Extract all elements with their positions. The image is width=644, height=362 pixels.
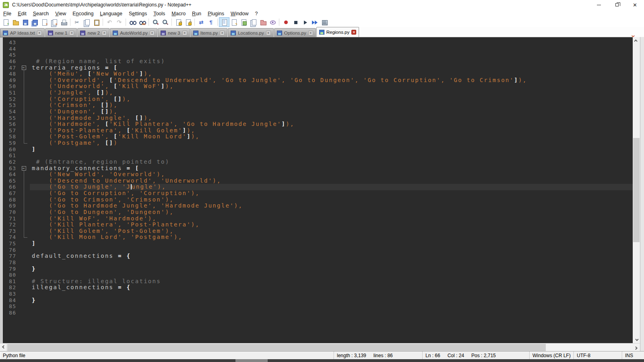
code-line-46[interactable]: 46 # (Region name, list of exits) — [3, 58, 633, 65]
tab-new-2[interactable]: new 2× — [77, 28, 109, 37]
tab-close-icon[interactable]: × — [150, 31, 155, 35]
tab-locations-py[interactable]: Locations.py× — [228, 28, 274, 37]
menu-item-view[interactable]: View — [52, 10, 69, 17]
code-line-80[interactable]: 80 — [3, 272, 633, 278]
undo-button[interactable]: ↶ — [105, 18, 114, 27]
macro-save-button[interactable] — [320, 18, 329, 27]
code-line-59[interactable]: 59 ('Postgame', []) — [3, 140, 633, 146]
code-line-61[interactable]: 61 — [3, 152, 633, 159]
code-line-51[interactable]: 51 ('Jungle', []), — [3, 90, 633, 96]
vertical-scroll-thumb[interactable] — [633, 138, 640, 242]
fold-margin-open[interactable]: − — [19, 65, 30, 71]
code-editor[interactable]: 43444546 # (Region name, list of exits)4… — [0, 37, 644, 343]
code-line-47[interactable]: 47−terraria_regions = [ — [3, 65, 633, 71]
find-button[interactable] — [128, 18, 137, 27]
code-line-77[interactable]: 77default_connections = { — [3, 253, 633, 259]
code-line-58[interactable]: 58 ('Post-Golem', ['Kill Moon Lord']), — [3, 134, 633, 140]
macro-stop-button[interactable] — [291, 18, 300, 27]
fold-margin-open[interactable]: − — [19, 165, 30, 172]
code-line-50[interactable]: 50 ('Underworld', ['Kill WoF']), — [3, 83, 633, 90]
menu-item-run[interactable]: Run — [189, 10, 204, 17]
menu-item-plugins[interactable]: Plugins — [204, 10, 227, 17]
folder-as-workspace-button[interactable] — [258, 18, 268, 27]
tab-close-icon[interactable]: × — [308, 31, 313, 35]
tab-close-icon[interactable]: × — [69, 31, 74, 35]
code-line-82[interactable]: 82illegal_connections = { — [3, 284, 633, 291]
code-line-71[interactable]: 71 ('Kill WoF', 'Hardmode'), — [3, 216, 633, 222]
code-line-81[interactable]: 81# Structure: illegal locations — [3, 278, 633, 285]
tab-close-icon[interactable]: × — [182, 31, 187, 35]
menu-item-file[interactable]: File — [0, 10, 14, 17]
code-line-54[interactable]: 54 ('Dungeon', []), — [3, 109, 633, 115]
paste-button[interactable] — [91, 18, 101, 27]
document-list-button[interactable] — [248, 18, 258, 27]
tab-close-icon[interactable]: × — [351, 30, 356, 35]
code-line-53[interactable]: 53 ('Crimson', []), — [3, 102, 633, 109]
macro-playback-button[interactable] — [300, 18, 310, 27]
code-line-69[interactable]: 69 ('Go to Hardmode Jungle', 'Hardmode J… — [3, 203, 633, 209]
code-line-44[interactable]: 44 — [3, 46, 633, 52]
code-line-52[interactable]: 52 ('Corruption', []), — [3, 96, 633, 103]
code-line-85[interactable]: 85 — [3, 303, 633, 310]
code-line-60[interactable]: 60] — [3, 146, 633, 153]
redo-button[interactable]: ↷ — [114, 18, 124, 27]
scroll-right-arrow-icon[interactable] — [633, 343, 640, 352]
code-line-43[interactable]: 43 — [3, 39, 633, 46]
menu-item-tools[interactable]: Tools — [150, 10, 168, 17]
open-file-button[interactable] — [10, 18, 20, 27]
tab-close-icon[interactable]: × — [37, 31, 42, 35]
menu-item-language[interactable]: Language — [97, 10, 126, 17]
code-line-74[interactable]: 74 ('Kill Moon Lord', 'Postgame'), — [3, 234, 633, 241]
tab-regions-py[interactable]: Regions.py× — [316, 27, 359, 37]
close-button[interactable]: ✕ — [626, 0, 644, 10]
code-line-83[interactable]: 83 — [3, 291, 633, 297]
save-all-button[interactable] — [30, 18, 39, 27]
horizontal-scroll-thumb[interactable] — [7, 344, 546, 351]
show-indent-guide-button[interactable] — [219, 18, 229, 27]
code-line-62[interactable]: 62 # (Entrance, region pointed to) — [3, 159, 633, 165]
menu-item-[interactable]: ? — [252, 10, 261, 17]
code-line-79[interactable]: 79} — [3, 266, 633, 272]
code-line-68[interactable]: 68 ('Go to Crimson', 'Crimson'), — [3, 197, 633, 203]
tab-options-py[interactable]: Options.py× — [274, 28, 316, 37]
word-wrap-button[interactable]: ⇄ — [196, 18, 206, 27]
tab-autoworld-py[interactable]: AutoWorld.py× — [110, 28, 157, 37]
replace-button[interactable]: ab — [137, 18, 147, 27]
zoom-out-button[interactable]: − — [160, 18, 170, 27]
code-line-55[interactable]: 55 ('Hardmode Jungle', []), — [3, 115, 633, 121]
code-line-72[interactable]: 72 ('Kill Plantera', 'Post-Plantera'), — [3, 222, 633, 228]
code-line-45[interactable]: 45 — [3, 52, 633, 58]
tab-close-icon[interactable]: × — [266, 31, 271, 35]
code-line-75[interactable]: 75] — [3, 241, 633, 247]
scroll-down-arrow-icon[interactable] — [633, 336, 640, 343]
zoom-in-button[interactable]: + — [151, 18, 160, 27]
code-line-73[interactable]: 73 ('Kill Golem', 'Post-Golem'), — [3, 228, 633, 234]
show-all-characters-button[interactable]: ¶ — [206, 18, 216, 27]
code-line-63[interactable]: 63−mandatory_connections = [ — [3, 165, 633, 172]
code-line-49[interactable]: 49 ('Overworld', ['Descend to Underworld… — [3, 77, 633, 84]
macro-record-button[interactable] — [281, 18, 291, 27]
close-all-button[interactable]: x — [49, 18, 59, 27]
macro-run-multiple-button[interactable] — [310, 18, 320, 27]
sync-horizontal-scroll-button[interactable] — [183, 18, 193, 27]
code-line-67[interactable]: 67 ('Go to Corruption', 'Corruption'), — [3, 190, 633, 197]
code-line-56[interactable]: 56 ('Hardmode', ['Kill Plantera', 'Go to… — [3, 121, 633, 128]
save-button[interactable] — [20, 18, 30, 27]
tab-new-1[interactable]: new 1× — [45, 28, 77, 37]
horizontal-scrollbar[interactable] — [0, 343, 640, 351]
document-map-button[interactable] — [239, 18, 248, 27]
code-line-66[interactable]: 66 ('Go to Jungle', 'Jungle'), — [3, 184, 633, 190]
tab-items-py[interactable]: Items.py× — [190, 28, 227, 37]
code-line-48[interactable]: 48 ('Menu', ['New World']), — [3, 71, 633, 77]
code-line-57[interactable]: 57 ('Post-Plantera', ['Kill Golem']), — [3, 128, 633, 134]
menu-item-macro[interactable]: Macro — [168, 10, 189, 17]
new-file-button[interactable]: + — [1, 18, 10, 27]
cut-button[interactable]: ✂ — [72, 18, 82, 27]
code-line-84[interactable]: 84} — [3, 297, 633, 304]
scroll-left-arrow-icon[interactable] — [0, 343, 7, 352]
menu-item-edit[interactable]: Edit — [14, 10, 30, 17]
code-line-64[interactable]: 64 ('New World', 'Overworld'), — [3, 171, 633, 178]
menu-item-window[interactable]: Window — [227, 10, 252, 17]
menu-item-encoding[interactable]: Encoding — [69, 10, 97, 17]
sync-vertical-scroll-button[interactable] — [173, 18, 183, 27]
